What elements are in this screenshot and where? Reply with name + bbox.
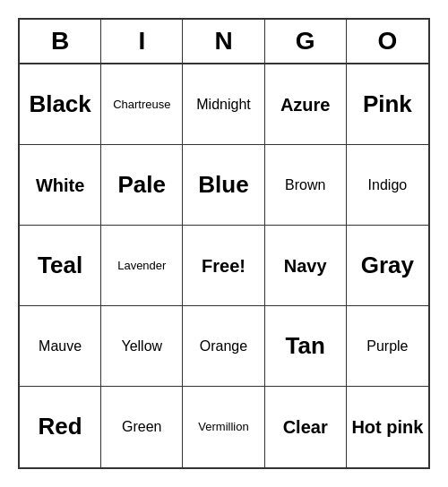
bingo-cell: Blue: [183, 145, 264, 226]
cell-label: Midnight: [196, 96, 250, 113]
bingo-cell: Orange: [183, 306, 264, 387]
cell-label: Hot pink: [351, 416, 423, 438]
bingo-cell: Vermillion: [183, 387, 264, 467]
bingo-cell: Gray: [347, 226, 428, 306]
cell-label: Clear: [283, 416, 328, 438]
cell-label: Blue: [198, 171, 248, 199]
cell-label: Lavender: [117, 259, 166, 273]
bingo-header: BINGO: [20, 20, 428, 64]
bingo-cell: Clear: [265, 387, 347, 467]
cell-label: Black: [29, 90, 90, 118]
bingo-cell: Red: [20, 387, 101, 467]
bingo-cell: Chartreuse: [101, 64, 183, 145]
header-letter: G: [265, 20, 347, 63]
cell-label: Yellow: [121, 337, 162, 355]
bingo-cell: Navy: [265, 226, 347, 306]
cell-label: Free!: [202, 255, 246, 277]
bingo-cell: Purple: [347, 306, 428, 387]
bingo-cell: Azure: [265, 64, 347, 145]
header-letter: B: [20, 20, 101, 63]
cell-label: Red: [39, 413, 82, 440]
cell-label: Vermillion: [198, 420, 248, 434]
bingo-cell: Tan: [265, 306, 347, 387]
cell-label: Azure: [280, 94, 331, 115]
header-letter: N: [183, 20, 264, 63]
bingo-cell: Free!: [183, 226, 264, 306]
bingo-cell: Brown: [265, 145, 347, 226]
cell-label: Pale: [118, 171, 167, 199]
cell-label: White: [36, 175, 84, 196]
cell-label: Teal: [38, 252, 82, 279]
bingo-cell: Pink: [347, 64, 428, 145]
bingo-grid: BlackChartreuseMidnightAzurePinkWhitePal…: [20, 64, 428, 467]
header-letter: O: [347, 20, 428, 63]
cell-label: Chartreuse: [113, 98, 170, 112]
bingo-cell: Hot pink: [347, 387, 428, 467]
bingo-cell: Teal: [20, 226, 101, 306]
cell-label: Green: [122, 418, 161, 435]
cell-label: Orange: [200, 337, 247, 355]
bingo-cell: Mauve: [20, 306, 101, 387]
bingo-cell: White: [20, 145, 101, 226]
cell-label: Indigo: [368, 176, 408, 193]
cell-label: Purple: [366, 337, 408, 355]
cell-label: Mauve: [39, 337, 82, 355]
bingo-cell: Green: [101, 387, 183, 467]
bingo-cell: Lavender: [101, 226, 183, 306]
cell-label: Gray: [361, 252, 414, 279]
cell-label: Pink: [363, 90, 412, 118]
bingo-cell: Black: [20, 64, 101, 145]
bingo-cell: Indigo: [347, 145, 428, 226]
header-letter: I: [101, 20, 183, 63]
cell-label: Brown: [285, 176, 325, 193]
cell-label: Tan: [286, 332, 325, 360]
bingo-cell: Midnight: [183, 64, 264, 145]
bingo-cell: Yellow: [101, 306, 183, 387]
bingo-card: BINGO BlackChartreuseMidnightAzurePinkWh…: [18, 18, 430, 469]
bingo-cell: Pale: [101, 145, 183, 226]
cell-label: Navy: [284, 255, 327, 277]
